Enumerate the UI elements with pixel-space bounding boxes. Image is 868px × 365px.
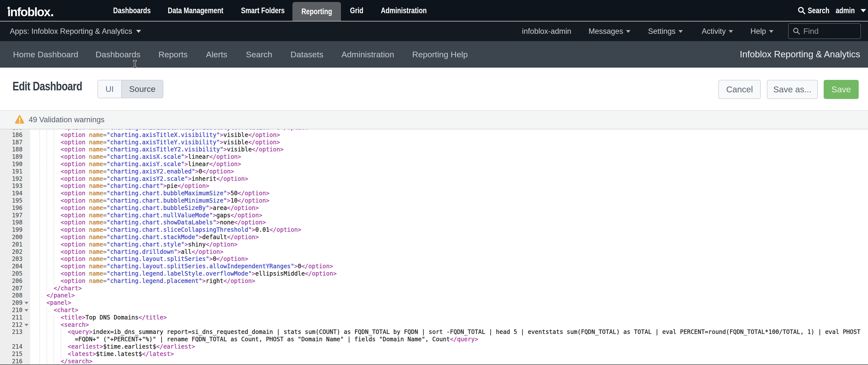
code-line-216[interactable]: 216</search> [0,358,868,365]
fold-arrow-icon[interactable] [25,302,28,304]
apps-dropdown-label: Apps: Infoblox Reporting & Analytics [10,27,132,36]
cancel-button[interactable]: Cancel [718,80,761,99]
code-line-206[interactable]: 206<option name="charting.legend.placeme… [0,277,868,285]
code-content: <option name="charting.drilldown">all</o… [61,248,224,255]
line-number: 213 [0,328,23,336]
appnav-alerts[interactable]: Alerts [206,41,227,68]
code-line-199[interactable]: 199<option name="charting.chart.sliceCol… [0,226,868,234]
code-line-194[interactable]: 194<option name="charting.chart.bubbleMa… [0,190,868,197]
topnav-grid[interactable]: Grid [350,0,364,21]
appnav-datasets[interactable]: Datasets [290,41,323,68]
indent-guide [39,241,40,248]
menu-help[interactable]: Help [750,22,773,41]
code-line-191[interactable]: 191<option name="charting.axisY2.enabled… [0,168,868,175]
code-line-215[interactable]: 215<latest>$time.latest$</latest> [0,350,868,358]
indent-guide [54,160,54,168]
validation-warning-bar[interactable]: 49 Validation warnings [0,110,868,129]
indent-guide [39,285,40,292]
code-line-197[interactable]: 197<option name="charting.chart.nullValu… [0,212,868,219]
save-button[interactable]: Save [824,80,859,99]
fold-arrow-icon[interactable] [25,324,28,326]
code-line-196[interactable]: 196<option name="charting.chart.bubbleSi… [0,204,868,212]
code-line-209[interactable]: 209<panel> [0,299,868,306]
topnav-dashboards[interactable]: Dashboards [113,0,151,21]
indent-guide [54,234,54,241]
code-line-185[interactable]: 185<option name="charting.axisLabelsX.ma… [0,129,868,131]
indent-guide [39,328,40,336]
fold-arrow-icon[interactable] [25,309,28,312]
logo-diamond-icon [7,6,10,9]
indent-guide [39,234,40,241]
apps-dropdown[interactable]: Apps: Infoblox Reporting & Analytics [10,22,141,41]
code-line-189[interactable]: 189<option name="charting.axisX.scale">l… [0,153,868,160]
code-line-192[interactable]: 192<option name="charting.axisY2.scale">… [0,175,868,183]
code-line-200[interactable]: 200<option name="charting.chart.stackMod… [0,234,868,241]
code-line-202[interactable]: 202<option name="charting.drilldown">all… [0,248,868,255]
line-number: 210 [0,306,23,314]
topnav-data-management[interactable]: Data Management [168,0,223,21]
messages-chevron-down-icon [626,30,630,33]
indent-guide [39,343,40,350]
menu-activity[interactable]: Activity [702,22,733,41]
menu-settings[interactable]: Settings [648,22,683,41]
code-line-203[interactable]: 203<option name="charting.layout.splitSe… [0,255,868,263]
code-line-208[interactable]: 208</panel> [0,292,868,299]
code-line-211[interactable]: 211<title>Top DNS Domains</title> [0,314,868,321]
find-input[interactable]: Find [788,23,861,39]
line-number: 197 [0,212,23,219]
code-line-210[interactable]: 210<chart> [0,306,868,314]
global-search-button[interactable]: Search [798,0,835,21]
topnav-smart-folders[interactable]: Smart Folders [241,0,285,21]
appnav-reporting-help[interactable]: Reporting Help [412,41,468,68]
code-line-213-wrap[interactable]: =FQDN+" ("+PERCENT+"%)" | rename FQDN_TO… [0,336,868,343]
nios-top-bar: ınfoblox Dashboards Data Management Smar… [0,0,868,22]
appnav-search[interactable]: Search [246,41,272,68]
line-number: 203 [0,255,23,263]
line-number: 204 [0,263,23,270]
code-line-204[interactable]: 204<option name="charting.layout.splitSe… [0,263,868,270]
code-line-198[interactable]: 198<option name="charting.chart.showData… [0,219,868,226]
line-number: 189 [0,153,23,160]
code-line-195[interactable]: 195<option name="charting.chart.bubbleMi… [0,197,868,204]
indent-guide [39,219,40,226]
edit-dashboard-header: Edit Dashboard UI Source Cancel Save as.… [0,68,868,110]
user-menu[interactable]: admin [836,0,855,21]
toggle-ui-button[interactable]: UI [98,80,121,98]
code-line-188[interactable]: 188<option name="charting.axisTitleY2.vi… [0,146,868,153]
code-line-201[interactable]: 201<option name="charting.chart.style">s… [0,241,868,248]
menu-messages[interactable]: Messages [589,22,630,41]
code-content: <chart> [54,306,79,314]
user-chevron-down-icon[interactable] [861,9,866,12]
topnav-administration[interactable]: Administration [381,0,427,21]
code-line-214[interactable]: 214<earliest>$time.earliest$</earliest> [0,343,868,350]
logged-in-user[interactable]: infoblox-admin [522,22,571,41]
code-line-193[interactable]: 193<option name="charting.chart">pie</op… [0,182,868,190]
code-line-187[interactable]: 187<option name="charting.axisTitleY.vis… [0,139,868,146]
indent-guide [54,241,54,248]
indent-guide [46,277,47,285]
indent-guide [46,241,47,248]
app-title: Infoblox Reporting & Analytics [740,41,860,68]
appnav-home-dashboard[interactable]: Home Dashboard [13,41,78,68]
code-line-212[interactable]: 212<search> [0,321,868,329]
code-content: <option name="charting.chart">pie</optio… [61,182,209,190]
indent-guide [46,219,47,226]
code-line-205[interactable]: 205<option name="charting.legend.labelSt… [0,270,868,277]
line-number: 194 [0,190,23,197]
line-number: 208 [0,292,23,299]
code-content: </chart> [54,285,82,292]
code-content: <option name="charting.axisX.scale">line… [61,153,241,160]
source-code-editor[interactable]: 185<option name="charting.axisLabelsX.ma… [0,129,868,365]
appnav-administration[interactable]: Administration [341,41,394,68]
line-number: 214 [0,343,23,350]
indent-guide [39,350,40,358]
code-line-213[interactable]: 213<query>index=ib_dns_summary report=si… [0,328,868,336]
code-line-186[interactable]: 186<option name="charting.axisTitleX.vis… [0,131,868,139]
code-line-190[interactable]: 190<option name="charting.axisY.scale">l… [0,160,868,168]
appnav-reports[interactable]: Reports [158,41,188,68]
infoblox-logo[interactable]: ınfoblox [7,6,53,18]
toggle-source-button[interactable]: Source [121,80,163,98]
topnav-reporting-active[interactable]: Reporting [292,2,341,21]
save-as-button[interactable]: Save as... [767,80,818,99]
code-line-207[interactable]: 207</chart> [0,285,868,292]
